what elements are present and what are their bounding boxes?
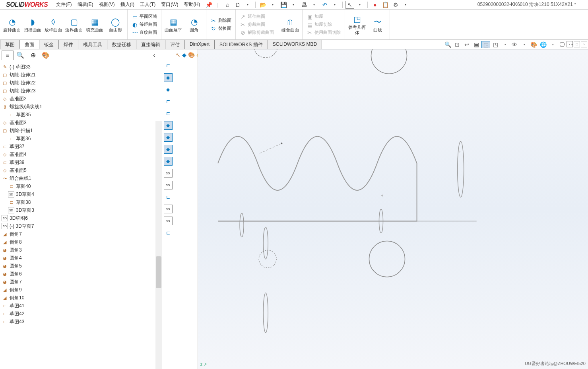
- ribbon-rg1-3[interactable]: ▢边界曲面: [64, 10, 83, 39]
- zoom-area-icon[interactable]: ⊡: [453, 41, 462, 48]
- tree-item[interactable]: ⊏草图41: [0, 302, 162, 310]
- tree-item[interactable]: ▢切除-扫描1: [0, 127, 162, 135]
- tab-8[interactable]: DimXpert: [184, 40, 215, 49]
- tree-item[interactable]: ⊏草图40: [0, 182, 162, 190]
- open-dropdown[interactable]: [269, 1, 278, 9]
- ribbon-rg1-4[interactable]: ▦填充曲面: [85, 10, 104, 39]
- rollback-marker[interactable]: ◆: [164, 85, 173, 94]
- open-icon[interactable]: 📂: [258, 1, 267, 9]
- menu-6[interactable]: 帮助(H): [182, 0, 203, 9]
- ribbon-rg1-1[interactable]: ◗扫描曲面: [23, 10, 42, 39]
- tree-item[interactable]: 〜组合曲线1: [0, 174, 162, 182]
- view-orient-icon[interactable]: ◲: [481, 41, 490, 48]
- tree-item[interactable]: ◇基准面4: [0, 150, 162, 158]
- appearance-tab-icon[interactable]: 🎨: [40, 51, 52, 60]
- menu-4[interactable]: 工具(T): [138, 0, 158, 9]
- print-dropdown[interactable]: [310, 1, 319, 9]
- collapse-icon[interactable]: ‹: [567, 41, 573, 47]
- collapse-arrow-icon[interactable]: ‹: [148, 51, 160, 60]
- rebuild-icon[interactable]: ●: [371, 1, 379, 9]
- ribbon-rg8-0[interactable]: ◳参考几何体: [347, 10, 367, 39]
- ribbon-rg2c-0[interactable]: ▭平面区域: [130, 13, 159, 21]
- tree-item[interactable]: ⊏草图39: [0, 158, 162, 166]
- tree-item[interactable]: ▢切除-拉伸22: [0, 79, 162, 87]
- tree-item[interactable]: ⊏草图38: [0, 198, 162, 206]
- rollback-marker[interactable]: 3D: [164, 217, 173, 225]
- ribbon-rg2c-1[interactable]: ◐等距曲面: [130, 21, 159, 29]
- select-icon[interactable]: ↖: [345, 1, 354, 9]
- tree-item[interactable]: ⊏草图43: [0, 318, 162, 326]
- menu-3[interactable]: 插入(I): [118, 0, 137, 9]
- menu-0[interactable]: 文件(F): [54, 0, 74, 9]
- tree-item[interactable]: ◇基准面3: [0, 119, 162, 127]
- tree-item[interactable]: ◕圆角3: [0, 246, 162, 254]
- tree-item[interactable]: §螺旋线/涡状线1: [0, 103, 162, 111]
- display-style-icon[interactable]: ◳: [491, 41, 500, 48]
- tree-item[interactable]: ⊏草图42: [0, 310, 162, 318]
- tab-5[interactable]: 数据迁移: [107, 40, 136, 49]
- tree-item[interactable]: ◇基准面2: [0, 95, 162, 103]
- rollback-marker[interactable]: ◆: [164, 73, 173, 82]
- tree-item[interactable]: ◇基准面5: [0, 166, 162, 174]
- menu-5[interactable]: 窗口(W): [159, 0, 180, 9]
- scene-dropdown[interactable]: [548, 41, 557, 48]
- tree-item[interactable]: ◢倒角9: [0, 286, 162, 294]
- property-tab-icon[interactable]: 🔍: [14, 51, 26, 60]
- tree-item[interactable]: ◢倒角8: [0, 238, 162, 246]
- tree-item[interactable]: 3D(-) 3D草图7: [0, 222, 162, 230]
- close-pane-icon[interactable]: ›: [581, 41, 587, 47]
- ribbon-rg8-1[interactable]: 〜曲线: [368, 10, 387, 39]
- tree-item[interactable]: 3D3D草图6: [0, 214, 162, 222]
- display-dropdown[interactable]: [501, 41, 509, 48]
- ribbon-rg4c-1[interactable]: ↻替换面: [209, 25, 233, 33]
- tab-0[interactable]: 草图: [0, 40, 20, 49]
- settings-dropdown[interactable]: [402, 1, 410, 9]
- render-icon[interactable]: 🖵: [558, 41, 567, 48]
- tab-1[interactable]: 曲面: [19, 40, 39, 49]
- undo-icon[interactable]: ↶: [320, 1, 329, 9]
- scroll-thumb[interactable]: [156, 256, 161, 288]
- rollback-marker[interactable]: 3D: [164, 205, 173, 213]
- rollback-marker[interactable]: ◆: [164, 121, 173, 130]
- new-icon[interactable]: 🗋: [233, 1, 242, 9]
- 3d-viewport[interactable]: + + + z ↗ UG爱好者论坛@ZHOUWEI520: [198, 49, 588, 369]
- ribbon-rg1-5[interactable]: ◯自由形: [106, 10, 125, 39]
- ribbon-rg1-0[interactable]: ◔旋转曲面: [2, 10, 21, 39]
- tree-item[interactable]: 3D3D草图4: [0, 190, 162, 198]
- tree-item[interactable]: ✎(-) 草图33: [0, 63, 162, 71]
- tree-item[interactable]: ⊏草图37: [0, 143, 162, 150]
- ribbon-rg6-0[interactable]: ⫙缝合曲面: [281, 10, 300, 39]
- tab-6[interactable]: 直接编辑: [136, 40, 165, 49]
- tab-9[interactable]: SOLIDWORKS 插件: [214, 40, 268, 49]
- hide-show-icon[interactable]: 👁: [510, 41, 519, 48]
- rollback-marker[interactable]: ⊏: [164, 109, 173, 118]
- tree-item[interactable]: ▢切除-拉伸21: [0, 71, 162, 79]
- tree-item[interactable]: ◕圆角6: [0, 270, 162, 278]
- rollback-marker[interactable]: 3D: [164, 181, 173, 189]
- feature-tab-icon[interactable]: ≡: [2, 51, 14, 60]
- print-icon[interactable]: 🖶: [300, 1, 309, 9]
- appearance-icon[interactable]: 🎨: [529, 41, 538, 48]
- save-icon[interactable]: 💾: [279, 1, 288, 9]
- rollback-marker[interactable]: ◆: [164, 133, 173, 142]
- rollback-marker[interactable]: ⊏: [164, 193, 173, 201]
- prev-view-icon[interactable]: ↩: [462, 41, 471, 48]
- ribbon-rg2c-2[interactable]: 〰直纹曲面: [130, 29, 159, 37]
- menu-1[interactable]: 编辑(E): [75, 0, 96, 9]
- pin-icon[interactable]: 📌: [202, 2, 215, 8]
- scene-icon[interactable]: 🌐: [539, 41, 547, 48]
- home-icon[interactable]: ⌂: [223, 1, 232, 9]
- save-dropdown[interactable]: [289, 1, 298, 9]
- select-tool-icon[interactable]: ↖: [176, 51, 180, 59]
- zoom-fit-icon[interactable]: 🔍: [443, 41, 452, 48]
- appear-tool-icon[interactable]: 🎨: [188, 51, 195, 59]
- ribbon-rg4c-0[interactable]: ✂删除面: [209, 17, 233, 25]
- tab-7[interactable]: 评估: [165, 40, 185, 49]
- tree-item[interactable]: ⊏草图36: [0, 135, 162, 143]
- rollback-marker[interactable]: 3D: [164, 169, 173, 178]
- tab-3[interactable]: 焊件: [58, 40, 78, 49]
- tree-item[interactable]: ◢倒角7: [0, 230, 162, 238]
- undo-dropdown[interactable]: [331, 1, 340, 9]
- config-tab-icon[interactable]: ⊕: [27, 51, 39, 60]
- tree-item[interactable]: ◕圆角5: [0, 262, 162, 270]
